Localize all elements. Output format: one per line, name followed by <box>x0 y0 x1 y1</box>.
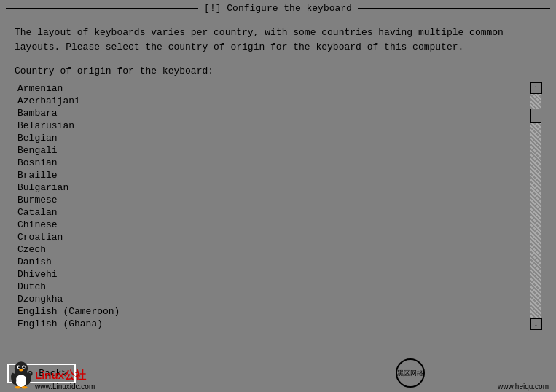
dialog-title: [!] Configure the keyboard <box>204 3 352 14</box>
heiqu-url: www.heiqu.com <box>498 383 549 391</box>
scrollbar-down[interactable]: ↓ <box>530 318 542 330</box>
list-item[interactable]: Catalan <box>15 206 530 219</box>
list-item[interactable]: English (Cameroon) <box>15 305 530 318</box>
list-item[interactable]: Bulgarian <box>15 181 530 194</box>
list-item[interactable]: Braille <box>15 169 530 181</box>
tux-logo <box>7 360 35 389</box>
list-item[interactable]: Dzongkha <box>15 293 530 305</box>
list-item[interactable]: Armenian <box>15 82 530 95</box>
list-item[interactable]: English (Ghana) <box>15 318 530 330</box>
scrollbar-track <box>530 94 541 318</box>
brand-site: www.Linuxidc.com <box>35 383 95 391</box>
list-item[interactable]: Dhivehi <box>15 268 530 281</box>
svg-point-8 <box>15 386 20 388</box>
list-item[interactable]: Belarusian <box>15 119 530 132</box>
watermark-left: Linux公社 www.Linuxidc.com <box>35 369 95 391</box>
list-container: ArmenianAzerbaijaniBambaraBelarusianBelg… <box>15 82 541 330</box>
brand-name: Linux公社 <box>35 369 86 383</box>
list-item[interactable]: Czech <box>15 243 530 256</box>
section-label: Country of origin for the keyboard: <box>15 66 541 77</box>
title-line-left <box>6 8 198 9</box>
list-item[interactable]: Belgian <box>15 132 530 144</box>
list-item[interactable]: Bosnian <box>15 157 530 169</box>
svg-point-9 <box>22 386 28 388</box>
country-list[interactable]: ArmenianAzerbaijaniBambaraBelarusianBelg… <box>15 82 530 330</box>
list-item[interactable]: Chinese <box>15 219 530 231</box>
svg-point-1 <box>16 375 27 387</box>
scrollbar-up[interactable]: ↑ <box>530 82 542 94</box>
list-item[interactable]: Croatian <box>15 231 530 243</box>
svg-point-6 <box>23 366 25 368</box>
list-item[interactable]: Bengali <box>15 144 530 157</box>
svg-point-7 <box>19 369 23 371</box>
list-item[interactable]: Burmese <box>15 194 530 206</box>
description-line1: The layout of keyboards varies per count… <box>15 26 541 40</box>
list-item[interactable]: Bambara <box>15 107 530 119</box>
title-line-right <box>358 8 550 9</box>
dialog: The layout of keyboards varies per count… <box>0 17 556 392</box>
description: The layout of keyboards varies per count… <box>15 26 541 54</box>
scrollbar-thumb[interactable] <box>530 109 541 123</box>
list-item[interactable]: Dutch <box>15 281 530 293</box>
list-item[interactable]: Danish <box>15 256 530 268</box>
screen: [!] Configure the keyboard The layout of… <box>0 0 556 392</box>
bottom-bar: <Go Back> Linux公社 www.Linuxidc.com 黑区网络 … <box>0 354 556 392</box>
title-bar: [!] Configure the keyboard <box>0 0 556 17</box>
svg-point-2 <box>15 361 28 375</box>
heiqu-circle-text: 黑区网络 <box>397 369 423 378</box>
scrollbar[interactable]: ↑ ↓ <box>530 82 541 330</box>
list-item[interactable]: Azerbaijani <box>15 95 530 107</box>
svg-point-5 <box>18 366 20 368</box>
description-line2: layouts. Please select the country of or… <box>15 40 541 55</box>
heiqu-circle: 黑区网络 <box>396 358 425 388</box>
